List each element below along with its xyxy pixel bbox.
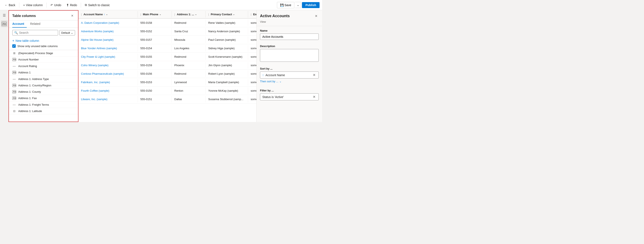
search-input-wrap: 🔍 <box>12 30 58 36</box>
view-column-button[interactable]: + View column <box>21 3 45 8</box>
sort-chip: ↑ Account Name ✕ <box>260 72 319 79</box>
column-list-item[interactable]: AbAddress 1: County <box>9 89 78 95</box>
column-list-item[interactable]: —Address 1: Freight Terms <box>9 101 78 108</box>
main-layout: ☰ Ab Table columns × Account Related 🔍 D… <box>0 10 322 122</box>
account-name-cell[interactable]: Coho Winery (sample) <box>78 62 138 69</box>
column-header-label: Primary Contact <box>211 13 232 16</box>
save-chevron-button[interactable]: ⌄ <box>295 2 301 8</box>
show-unused-checkbox[interactable]: ✓ <box>12 44 16 48</box>
grid-column-header[interactable]: |Main Phone ⌄ <box>138 11 172 18</box>
column-list-item[interactable]: —Account Rating <box>9 63 78 69</box>
grid-cell: 555-0158 <box>138 20 172 26</box>
grid-cell: Renton <box>172 87 206 94</box>
filter-chip-remove-button[interactable]: ✕ <box>312 95 316 99</box>
column-list-item[interactable]: AbAccount Number <box>9 57 78 63</box>
grid-cell: 555-0159 <box>138 62 172 69</box>
column-list-item[interactable]: ⊟Address 1: Latitude <box>9 108 78 114</box>
grid-cell: Dallas <box>172 96 206 103</box>
column-list-item[interactable]: —Address 1: Address Type <box>9 76 78 82</box>
undo-button[interactable]: ↶ Undo <box>48 3 63 8</box>
account-name-cell[interactable]: Adventure Works (sample) <box>78 28 138 35</box>
filter-by-section: Filter by ... Status is 'Active' ✕ <box>256 86 322 102</box>
account-name-cell[interactable]: Alpine Ski House (sample) <box>78 37 138 43</box>
column-header-label: Account Name <box>84 13 103 16</box>
grid-cell: someone_b@example.com <box>248 96 256 103</box>
tab-related[interactable]: Related <box>30 20 43 28</box>
table-row: Blue Yonder Airlines (sample)555-0154Los… <box>78 44 256 53</box>
account-name-cell[interactable]: Fabrikam, Inc. (sample) <box>78 79 138 86</box>
toolbar: ← Back + View column ↶ Undo ❢ Redo ⧉ Swi… <box>0 0 322 10</box>
save-button[interactable]: 💾 Save <box>277 2 294 8</box>
panel-header: Table columns × <box>9 11 78 20</box>
account-name-cell[interactable]: A. Datum Corporation (sample) <box>78 20 138 26</box>
redo-button[interactable]: ❢ Redo <box>64 3 79 8</box>
panel-actions: + New table column ✓ Show only unused ta… <box>9 37 78 50</box>
name-input[interactable] <box>260 34 319 40</box>
column-type-icon: ⊟ <box>12 109 16 113</box>
props-close-button[interactable]: × <box>314 13 319 19</box>
column-list-item-label: Account Rating <box>18 65 75 68</box>
grid-cell: someone_i@example.com <box>248 20 256 26</box>
switch-to-classic-button[interactable]: ⧉ Switch to classic <box>83 2 112 8</box>
column-type-icon: ⊞ <box>12 52 16 55</box>
hamburger-menu-button[interactable]: ☰ <box>1 12 8 19</box>
back-button[interactable]: ← Back <box>2 3 18 8</box>
grid-cell: Yvonne McKay (sample) <box>206 87 248 94</box>
grid-cell: Jim Glynn (sample) <box>206 62 248 69</box>
grid-cell: Susanna Stubberod (samp... <box>206 96 248 103</box>
col-separator-icon: | <box>81 13 82 16</box>
sort-by-label: Sort by ... <box>260 67 319 70</box>
grid-cell: 555-0150 <box>138 87 172 94</box>
column-header-label: Address 1: ... <box>177 13 194 16</box>
sort-ascending-icon: ↑ <box>262 73 264 77</box>
grid-column-header[interactable]: |Account Name ↑ ⌄ <box>78 11 138 18</box>
grid-cell: 555-0152 <box>138 28 172 35</box>
column-list-item[interactable]: AbAddress 1: Country/Region <box>9 82 78 89</box>
publish-label: Publish <box>305 4 316 7</box>
account-name-cell[interactable]: Litware, Inc. (sample) <box>78 96 138 103</box>
chevron-down-icon: ⌄ <box>297 4 299 7</box>
grid-cell: Rene Valdes (sample) <box>206 20 248 26</box>
default-dropdown[interactable]: Default ⌄ <box>59 30 75 36</box>
field-icon-button[interactable]: Ab <box>1 20 8 27</box>
grid-cell: Phoenix <box>172 62 206 69</box>
panel-tabs: Account Related <box>9 20 78 28</box>
grid-cell: Nancy Anderson (sample) <box>206 28 248 35</box>
save-label: Save <box>284 4 291 7</box>
grid-column-header[interactable]: |Address 1: ... ⌄ <box>172 11 206 18</box>
grid-cell: 555-0156 <box>138 70 172 77</box>
description-textarea[interactable] <box>260 49 319 62</box>
search-input[interactable] <box>19 31 56 34</box>
column-type-icon: — <box>12 64 16 68</box>
table-row: City Power & Light (sample)555-0155Redmo… <box>78 53 256 61</box>
account-name-cell[interactable]: City Power & Light (sample) <box>78 54 138 60</box>
sort-chip-remove-button[interactable]: ✕ <box>312 73 316 77</box>
column-list-item[interactable]: ⊞(Deprecated) Process Stage <box>9 50 78 57</box>
new-table-column-label: New table column <box>16 39 39 43</box>
grid-column-header[interactable]: |Primary Contact ⌄ <box>206 11 248 18</box>
grid-cell: Maria Campbell (sample) <box>206 79 248 86</box>
column-type-icon: — <box>12 77 16 81</box>
default-label: Default <box>61 31 70 34</box>
sort-icon: ↑ <box>104 13 105 16</box>
panel-close-button[interactable]: × <box>70 13 75 19</box>
grid-cell: Scott Konersmann (sample) <box>206 54 248 60</box>
account-name-cell[interactable]: Blue Yonder Airlines (sample) <box>78 45 138 52</box>
grid-column-header[interactable]: |Email (Primary Co... ⌄ <box>248 11 256 18</box>
new-table-column-button[interactable]: + New table column <box>12 38 39 44</box>
switch-icon: ⧉ <box>85 3 87 7</box>
filter-chevron-icon: ⌄ <box>159 13 161 16</box>
checkmark-icon: ✓ <box>13 45 15 48</box>
publish-button[interactable]: Publish <box>302 2 320 8</box>
then-sort-button[interactable]: Then sort by ... ⌄ <box>260 79 282 84</box>
description-label: Description <box>260 45 319 48</box>
account-name-cell[interactable]: Contoso Pharmaceuticals (sample) <box>78 70 138 77</box>
dropdown-chevron-icon: ⌄ <box>71 31 73 34</box>
name-section: Name <box>256 26 322 42</box>
column-list-item[interactable]: AbAddress 1: Fax <box>9 95 78 101</box>
column-list-item[interactable]: AbAddress 1 <box>9 69 78 76</box>
grid-cell: someone_c@example.com <box>248 28 256 35</box>
account-name-cell[interactable]: Fourth Coffee (sample) <box>78 87 138 94</box>
tab-account[interactable]: Account <box>12 20 27 28</box>
redo-icon: ❢ <box>66 4 69 7</box>
